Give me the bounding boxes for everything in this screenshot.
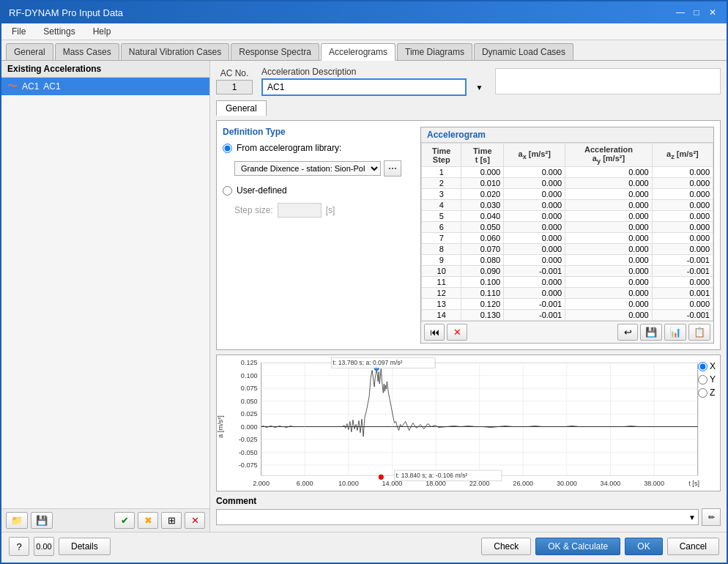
delete-button[interactable]: ✕ <box>185 512 205 529</box>
table-row[interactable]: 70.0600.0000.0000.000 <box>422 233 713 244</box>
table-save-button[interactable]: 💾 <box>640 324 662 341</box>
window-controls: — □ ✕ <box>674 6 719 19</box>
table-row[interactable]: 140.130-0.0010.000-0.001 <box>422 310 713 321</box>
table-row[interactable]: 30.0200.0000.0000.000 <box>422 189 713 200</box>
table-cell: 10 <box>422 266 461 277</box>
table-cell: 0.000 <box>504 233 565 244</box>
table-delete-button[interactable]: ✕ <box>447 324 467 341</box>
radio-z[interactable] <box>698 388 707 398</box>
table-row[interactable]: 50.0400.0000.0000.000 <box>422 211 713 222</box>
close-button[interactable]: ✕ <box>706 6 719 19</box>
table-row[interactable]: 60.0500.0000.0000.000 <box>422 222 713 233</box>
tab-response-spectra[interactable]: Response Spectra <box>231 43 319 60</box>
grid-button[interactable]: ⊞ <box>161 512 182 529</box>
table-cell: 0.000 <box>504 211 565 222</box>
table-row[interactable]: 120.1100.0000.0000.001 <box>422 288 713 299</box>
ok-calculate-button[interactable]: OK & Calculate <box>535 538 620 555</box>
table-row[interactable]: 80.0700.0000.0000.000 <box>422 244 713 255</box>
table-cell: 0.000 <box>565 255 653 266</box>
comment-section: Comment ▼ ✏ <box>216 496 721 526</box>
step-row: Step size: [s] <box>234 203 413 218</box>
minimize-button[interactable]: — <box>674 6 687 19</box>
radio-x-label: X <box>710 361 716 371</box>
tab-mass-cases[interactable]: Mass Cases <box>55 43 119 60</box>
ac-no-input[interactable] <box>216 80 253 94</box>
help-button[interactable]: ? <box>9 537 29 556</box>
table-cell: 0.001 <box>652 288 713 299</box>
table-row[interactable]: 90.0800.0000.000-0.001 <box>422 255 713 266</box>
radio-y[interactable] <box>698 375 707 385</box>
check-cancel-button[interactable]: ✖ <box>138 512 158 529</box>
list-item-ac1[interactable]: 〜 AC1 AC1 <box>1 78 209 95</box>
table-cell: 0.000 <box>652 211 713 222</box>
menu-file[interactable]: File <box>7 25 30 38</box>
list-item-label: AC1 <box>43 81 60 92</box>
section-tab-general[interactable]: General <box>216 100 267 116</box>
check-green-button[interactable]: ✔ <box>114 512 135 529</box>
table-cell: 0.000 <box>652 277 713 288</box>
comment-select[interactable] <box>216 509 699 525</box>
table-row[interactable]: 40.0300.0000.0000.000 <box>422 200 713 211</box>
radio-x[interactable] <box>698 362 707 371</box>
save-button[interactable]: 💾 <box>31 512 53 529</box>
table-export-button[interactable]: 📊 <box>664 324 686 341</box>
table-cell: 7 <box>422 233 461 244</box>
tab-general[interactable]: General <box>6 43 53 60</box>
table-scroll[interactable]: TimeStep Timet [s] ax [m/s²] Acceleratio… <box>421 143 713 321</box>
table-row[interactable]: 10.0000.0000.0000.000 <box>422 167 713 178</box>
tab-natural-vibration[interactable]: Natural Vibration Cases <box>121 43 230 60</box>
library-select[interactable]: Grande Dixence - station: Sion-Police Ca… <box>234 161 381 176</box>
accelerogram-table-panel: Accelerogram TimeStep Timet [s] ax [m/s²… <box>420 127 714 344</box>
table-cell: -0.001 <box>652 266 713 277</box>
cancel-button[interactable]: Cancel <box>667 538 719 555</box>
table-row[interactable]: 20.0100.0000.0000.000 <box>422 178 713 189</box>
table-cell: 0.000 <box>652 189 713 200</box>
radio-opt-z: Z <box>698 387 716 398</box>
table-first-button[interactable]: ⏮ <box>424 324 445 341</box>
tab-time-diagrams[interactable]: Time Diagrams <box>397 43 472 60</box>
info-button[interactable]: 0.00 <box>34 537 54 556</box>
tab-accelerograms[interactable]: Accelerograms <box>321 43 395 61</box>
table-cell: -0.001 <box>652 310 713 321</box>
table-cell: 4 <box>422 200 461 211</box>
comment-edit-button[interactable]: ✏ <box>702 508 721 526</box>
table-cell: 0.000 <box>565 299 653 310</box>
table-cell: 0.010 <box>461 178 504 189</box>
table-row[interactable]: 100.090-0.0010.000-0.001 <box>422 266 713 277</box>
radio-user-label: User-defined <box>237 185 287 196</box>
menu-help[interactable]: Help <box>89 25 116 38</box>
radio-y-label: Y <box>710 374 716 385</box>
main-content: Existing Accelerations 〜 AC1 AC1 📁 💾 ✔ ✖… <box>1 61 727 532</box>
svg-text:0.125: 0.125 <box>241 359 258 366</box>
maximize-button[interactable]: □ <box>690 6 703 19</box>
table-cell: 0.000 <box>565 288 653 299</box>
folder-open-button[interactable]: 📁 <box>6 512 28 529</box>
radio-opt-x: X <box>698 361 716 371</box>
library-select-row: Grande Dixence - station: Sion-Police Ca… <box>234 160 413 177</box>
radio-library[interactable] <box>223 144 232 153</box>
radio-user-defined[interactable] <box>223 186 232 196</box>
axis-radio-options: X Y Z <box>698 361 716 398</box>
left-panel-header: Existing Accelerations <box>1 61 209 78</box>
col-header-az: az [m/s²] <box>652 144 713 167</box>
table-cell: 1 <box>422 167 461 178</box>
svg-text:0.100: 0.100 <box>241 372 258 379</box>
table-cell: -0.001 <box>504 299 565 310</box>
table-cell: 0.050 <box>461 222 504 233</box>
menu-settings[interactable]: Settings <box>39 25 79 38</box>
table-undo-button[interactable]: ↩ <box>617 324 638 341</box>
table-cell: 0.000 <box>565 233 653 244</box>
accel-table-title: Accelerogram <box>421 127 713 143</box>
ac-header: AC No. Acceleration Description AC1 ▼ <box>216 67 721 96</box>
details-button[interactable]: Details <box>59 538 111 555</box>
table-row[interactable]: 130.120-0.0010.0000.000 <box>422 299 713 310</box>
ac-desc-select[interactable]: AC1 <box>261 78 467 96</box>
table-copy-button[interactable]: 📋 <box>688 324 710 341</box>
table-cell: 0.000 <box>652 167 713 178</box>
library-browse-button[interactable]: ⋯ <box>384 160 401 177</box>
table-toolbar-right: ↩ 💾 📊 📋 <box>617 324 710 341</box>
tab-dynamic-load[interactable]: Dynamic Load Cases <box>474 43 573 60</box>
check-button[interactable]: Check <box>481 538 531 555</box>
table-row[interactable]: 110.1000.0000.0000.000 <box>422 277 713 288</box>
ok-button[interactable]: OK <box>625 538 662 555</box>
